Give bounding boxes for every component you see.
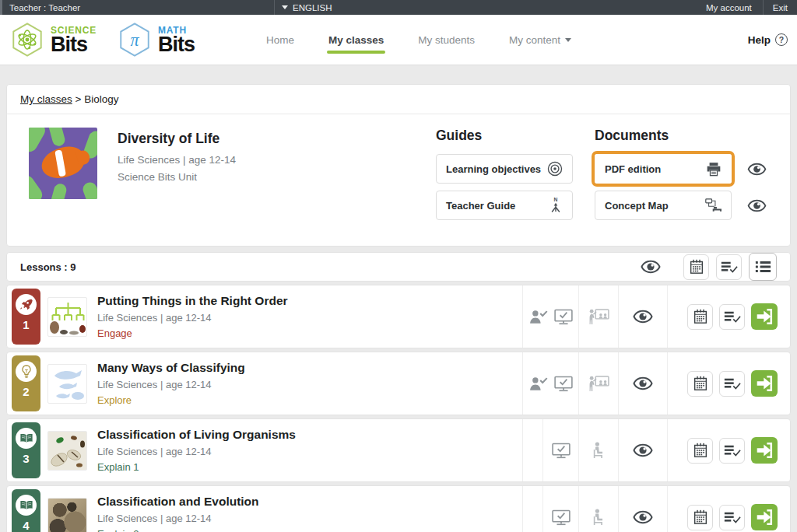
unit-info: Diversity of Life Life Sciences | age 12… — [118, 128, 236, 227]
my-account-link[interactable]: My account — [695, 3, 763, 12]
lesson-title[interactable]: Putting Things in the Right Order — [97, 294, 522, 308]
monitor-check-icon[interactable] — [554, 376, 573, 392]
open-lesson-button[interactable] — [751, 504, 778, 530]
nav-my-content[interactable]: My content — [509, 34, 571, 46]
student-work-cell-empty — [522, 486, 542, 532]
lessons-list-view-button[interactable] — [749, 253, 777, 281]
lesson-title[interactable]: Classification of Living Organisms — [97, 428, 522, 442]
compass-icon — [549, 197, 563, 214]
unit-title: Diversity of Life — [118, 131, 236, 147]
lesson-task-list-button[interactable] — [719, 304, 745, 330]
eye-icon — [633, 510, 653, 524]
monitor-check-cell — [542, 419, 578, 481]
lesson-title[interactable]: Many Ways of Classifying — [97, 361, 522, 375]
math-bits-name: Bits — [158, 36, 195, 54]
lesson-title[interactable]: Classification and Evolution — [97, 495, 522, 509]
book-icon — [19, 433, 33, 444]
concept-map-label: Concept Map — [605, 200, 669, 212]
pdf-edition-label: PDF edition — [605, 163, 661, 175]
breadcrumb-separator: > — [75, 93, 82, 105]
open-lesson-button[interactable] — [751, 303, 778, 330]
open-lesson-button[interactable] — [751, 437, 778, 464]
presentation-icon[interactable] — [588, 376, 609, 392]
language-selector[interactable]: ENGLISH — [274, 0, 695, 15]
enter-icon — [756, 308, 773, 325]
lesson-row: 4 Classification and Evolution Life Scie… — [6, 485, 791, 532]
help-button[interactable]: Help ? — [748, 33, 788, 46]
lesson-thumbnail — [47, 431, 87, 471]
chevron-down-icon — [282, 5, 288, 9]
lesson-row: 1 Putting Things in the Right Order Life… — [6, 285, 791, 348]
nav-my-classes[interactable]: My classes — [328, 34, 384, 46]
seated-student-icon[interactable] — [592, 509, 606, 526]
main-header: SCIENCE Bits MATH Bits Home My classes M… — [0, 15, 797, 65]
calendar-icon — [693, 443, 708, 458]
seated-student-cell — [578, 486, 618, 532]
exit-link[interactable]: Exit — [763, 0, 797, 15]
seated-student-cell — [578, 419, 618, 481]
pdf-edition-button[interactable]: PDF edition — [595, 154, 732, 184]
lesson-calendar-button[interactable] — [687, 505, 713, 530]
lesson-calendar-button[interactable] — [687, 371, 713, 397]
lightbulb-icon — [21, 365, 32, 379]
visibility-cell — [618, 352, 667, 415]
lesson-number-badge: 1 — [12, 289, 40, 345]
lessons-calendar-button[interactable] — [683, 254, 709, 280]
lesson-number-badge: 3 — [12, 422, 40, 478]
lesson-visibility-toggle[interactable] — [633, 376, 653, 390]
science-bits-logo[interactable]: SCIENCE Bits — [9, 22, 97, 58]
lesson-info: Many Ways of Classifying Life Sciences |… — [97, 361, 522, 406]
app-window: Teacher : Teacher ENGLISH My account Exi… — [0, 0, 797, 532]
monitor-check-icon[interactable] — [554, 309, 573, 325]
topbar-right: My account Exit — [695, 0, 797, 15]
unit-header: Diversity of Life Life Sciences | age 12… — [7, 114, 790, 246]
guides-heading: Guides — [436, 128, 573, 144]
documents-column: Documents PDF edition Concept Map — [595, 128, 767, 227]
lesson-meta: Life Sciences | age 12-14 — [97, 513, 522, 524]
lessons-toolbar-actions — [641, 253, 777, 281]
task-list-icon — [724, 510, 741, 525]
nav-my-students[interactable]: My students — [418, 34, 475, 46]
eye-icon — [747, 199, 767, 212]
open-lesson-button[interactable] — [751, 370, 778, 397]
lessons-visibility-toggle[interactable] — [641, 260, 661, 274]
student-check-icon[interactable] — [529, 376, 548, 391]
lesson-calendar-button[interactable] — [687, 438, 713, 464]
lesson-task-list-button[interactable] — [719, 371, 745, 397]
enter-icon — [756, 442, 773, 459]
monitor-check-icon[interactable] — [552, 443, 571, 459]
lesson-task-list-button[interactable] — [719, 438, 745, 464]
lesson-phase: Explain 2 — [97, 528, 522, 532]
lesson-calendar-button[interactable] — [687, 304, 713, 330]
lesson-number: 1 — [23, 318, 29, 331]
teacher-guide-button[interactable]: Teacher Guide — [436, 191, 573, 220]
nav-home[interactable]: Home — [266, 34, 294, 46]
lesson-task-list-button[interactable] — [719, 505, 745, 530]
science-bits-name: Bits — [51, 36, 97, 54]
breadcrumb: My classes > Biology — [7, 85, 790, 114]
presentation-icon[interactable] — [588, 309, 609, 325]
lessons-task-list-button[interactable] — [716, 254, 742, 280]
lesson-actions-cell — [667, 419, 790, 481]
math-bits-logo[interactable]: MATH Bits — [117, 22, 195, 58]
concept-map-visibility-toggle[interactable] — [747, 199, 767, 212]
learning-objectives-button[interactable]: Learning objectives — [436, 154, 573, 184]
student-check-icon[interactable] — [529, 310, 548, 324]
lesson-info: Classification and Evolution Life Scienc… — [97, 495, 522, 532]
system-topbar: Teacher : Teacher ENGLISH My account Exi… — [0, 0, 797, 15]
pdf-edition-visibility-toggle[interactable] — [747, 163, 767, 176]
lessons-toolbar: Lessons : 9 — [6, 252, 791, 282]
lesson-number-badge: 4 — [12, 489, 40, 532]
student-work-cell — [522, 285, 578, 348]
visibility-cell — [618, 419, 667, 481]
lesson-visibility-toggle[interactable] — [633, 510, 653, 524]
breadcrumb-my-classes-link[interactable]: My classes — [20, 93, 72, 105]
lesson-visibility-toggle[interactable] — [633, 310, 653, 324]
monitor-check-icon[interactable] — [552, 509, 571, 526]
task-list-icon — [724, 443, 741, 458]
lesson-visibility-toggle[interactable] — [633, 443, 653, 457]
concept-map-button[interactable]: Concept Map — [595, 191, 732, 220]
seated-student-icon[interactable] — [592, 442, 606, 459]
clownfish-illustration — [38, 143, 88, 182]
lesson-meta: Life Sciences | age 12-14 — [97, 379, 522, 390]
